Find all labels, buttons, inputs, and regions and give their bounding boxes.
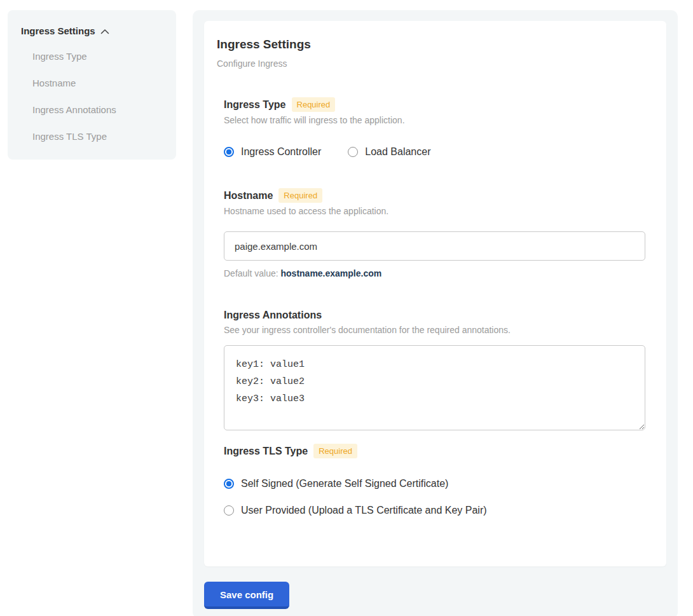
default-hint-prefix: Default value:: [224, 268, 281, 278]
ingress-annotations-help: See your ingress controller's documentat…: [224, 324, 647, 336]
hostname-help: Hostname used to access the application.: [224, 205, 647, 217]
page-title: Ingress Settings: [217, 37, 654, 51]
ingress-settings-card: Ingress Settings Configure Ingress Ingre…: [204, 21, 666, 566]
hostname-label: Hostname: [224, 189, 273, 202]
field-ingress-annotations: Ingress Annotations See your ingress con…: [224, 309, 647, 430]
self-signed-radio[interactable]: [224, 479, 234, 489]
config-nav-sidebar: Ingress Settings Ingress Type Hostname I…: [8, 10, 176, 160]
required-badge: Required: [292, 97, 336, 112]
ingress-annotations-label: Ingress Annotations: [224, 309, 322, 322]
ingress-type-help: Select how traffic will ingress to the a…: [224, 114, 647, 126]
hostname-input[interactable]: [224, 231, 645, 261]
page-subtitle: Configure Ingress: [217, 58, 654, 69]
radio-label: Load Balancer: [365, 146, 430, 158]
user-provided-radio[interactable]: [224, 505, 234, 516]
radio-label: Self Signed (Generate Self Signed Certif…: [241, 477, 448, 490]
radio-label: User Provided (Upload a TLS Certificate …: [241, 504, 487, 517]
radio-option-load-balancer[interactable]: Load Balancer: [348, 146, 430, 158]
radio-option-self-signed[interactable]: Self Signed (Generate Self Signed Certif…: [224, 477, 647, 490]
required-badge: Required: [313, 444, 357, 458]
sidebar-group-ingress-settings[interactable]: Ingress Settings: [21, 25, 163, 36]
required-badge: Required: [278, 188, 322, 203]
sidebar-item-ingress-type[interactable]: Ingress Type: [21, 50, 163, 63]
hostname-default-value: hostname.example.com: [281, 268, 382, 278]
radio-option-ingress-controller[interactable]: Ingress Controller: [224, 146, 321, 158]
save-config-button[interactable]: Save config: [204, 582, 289, 609]
radio-option-user-provided[interactable]: User Provided (Upload a TLS Certificate …: [224, 504, 647, 517]
sidebar-group-label: Ingress Settings: [21, 25, 95, 36]
sidebar-item-ingress-tls-type[interactable]: Ingress TLS Type: [21, 130, 163, 143]
config-area: Ingress Settings Configure Ingress Ingre…: [193, 10, 678, 616]
ingress-tls-type-label: Ingress TLS Type: [224, 445, 308, 458]
radio-label: Ingress Controller: [241, 146, 321, 158]
ingress-annotations-textarea[interactable]: key1: value1 key2: value2 key3: value3: [224, 345, 645, 430]
sidebar-item-ingress-annotations[interactable]: Ingress Annotations: [21, 104, 163, 116]
sidebar-item-hostname[interactable]: Hostname: [21, 77, 163, 90]
ingress-tls-type-options: Self Signed (Generate Self Signed Certif…: [224, 477, 647, 517]
hostname-default-hint: Default value: hostname.example.com: [224, 268, 647, 279]
ingress-type-options: Ingress Controller Load Balancer: [224, 146, 647, 158]
field-ingress-type: Ingress Type Required Select how traffic…: [224, 97, 647, 158]
field-hostname: Hostname Required Hostname used to acces…: [224, 188, 647, 279]
ingress-controller-radio[interactable]: [224, 147, 234, 157]
load-balancer-radio[interactable]: [348, 147, 358, 157]
ingress-type-label: Ingress Type: [224, 99, 286, 111]
page: Ingress Settings Ingress Type Hostname I…: [0, 0, 693, 616]
chevron-up-icon: [100, 29, 109, 34]
field-ingress-tls-type: Ingress TLS Type Required Self Signed (G…: [224, 444, 647, 517]
